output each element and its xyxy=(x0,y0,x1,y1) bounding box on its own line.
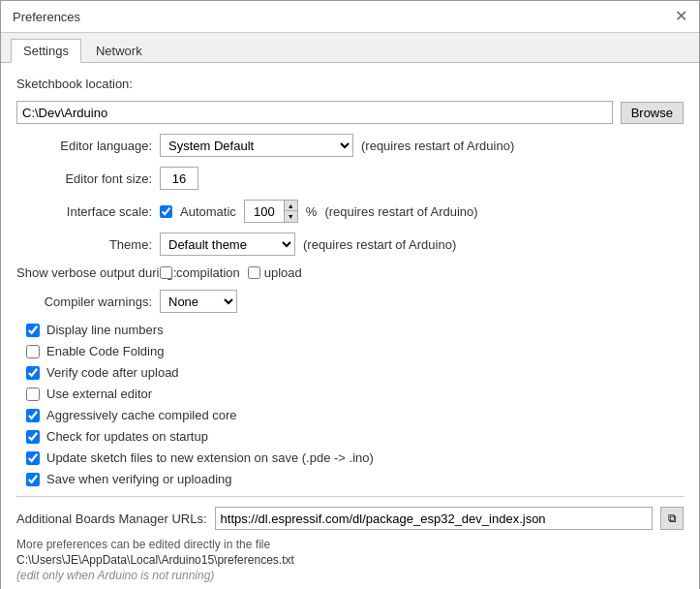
compiler-warnings-label: Compiler warnings: xyxy=(16,294,152,309)
tabs-bar: Settings Network xyxy=(1,33,699,63)
boards-input[interactable] xyxy=(215,507,653,530)
enable-code-folding-checkbox[interactable] xyxy=(26,345,40,358)
checkbox-save-when-verifying: Save when verifying or uploading xyxy=(16,472,684,486)
save-when-verifying-checkbox[interactable] xyxy=(26,473,40,486)
checkbox-check-updates: Check for updates on startup xyxy=(16,429,684,444)
interface-scale-auto-label: Automatic xyxy=(180,204,236,219)
settings-panel: Sketchbook location: Browse Editor langu… xyxy=(1,63,699,589)
check-updates-checkbox[interactable] xyxy=(26,430,40,444)
aggressively-cache-checkbox[interactable] xyxy=(26,409,40,422)
edit-note: (edit only when Arduino is not running) xyxy=(16,569,684,582)
scale-spinner: ▲ ▼ xyxy=(244,200,298,223)
checkbox-verify-code: Verify code after upload xyxy=(16,365,684,380)
editor-language-row: Editor language: System Default (require… xyxy=(16,134,684,157)
boards-row: Additional Boards Manager URLs: ⧉ xyxy=(16,507,684,530)
display-line-numbers-checkbox[interactable] xyxy=(26,324,40,337)
interface-scale-row: Interface scale: Automatic ▲ ▼ % (requir… xyxy=(16,200,684,223)
verbose-upload-checkbox[interactable] xyxy=(248,266,260,279)
external-editor-checkbox[interactable] xyxy=(26,388,40,401)
preferences-window: Preferences ✕ Settings Network Sketchboo… xyxy=(0,0,700,589)
sketchbook-row: Sketchbook location: xyxy=(16,77,684,91)
verbose-compilation-item: compilation xyxy=(160,265,240,280)
verbose-upload-label: upload xyxy=(264,265,302,280)
sketchbook-input[interactable] xyxy=(16,101,613,124)
title-bar: Preferences ✕ xyxy=(1,1,699,33)
editor-font-label: Editor font size: xyxy=(16,171,152,186)
sketchbook-input-row: Browse xyxy=(16,101,684,124)
interface-scale-note: (requires restart of Arduino) xyxy=(324,204,477,219)
check-updates-label: Check for updates on startup xyxy=(46,429,208,444)
sketchbook-label: Sketchbook location: xyxy=(16,77,133,91)
scale-input[interactable] xyxy=(245,201,284,222)
enable-code-folding-label: Enable Code Folding xyxy=(46,344,164,358)
verbose-label: Show verbose output during: xyxy=(16,265,152,280)
scale-up-button[interactable]: ▲ xyxy=(284,201,297,211)
scale-percent: % xyxy=(306,204,318,219)
editor-font-row: Editor font size: xyxy=(16,167,684,190)
scale-down-button[interactable]: ▼ xyxy=(284,211,297,222)
boards-copy-button[interactable]: ⧉ xyxy=(660,507,684,530)
file-path: C:\Users\JE\AppData\Local\Arduino15\pref… xyxy=(16,553,684,567)
editor-language-note: (requires restart of Arduino) xyxy=(361,139,514,153)
checkbox-update-sketch: Update sketch files to new extension on … xyxy=(16,450,684,465)
display-line-numbers-label: Display line numbers xyxy=(46,323,164,337)
close-button[interactable]: ✕ xyxy=(675,9,687,24)
interface-scale-label: Interface scale: xyxy=(16,204,152,219)
theme-row: Theme: Default theme (requires restart o… xyxy=(16,232,684,256)
boards-label: Additional Boards Manager URLs: xyxy=(16,512,207,526)
theme-label: Theme: xyxy=(16,237,152,252)
file-notes-section: More preferences can be edited directly … xyxy=(16,538,684,582)
tab-settings[interactable]: Settings xyxy=(11,39,81,63)
aggressively-cache-label: Aggressively cache compiled core xyxy=(46,408,237,422)
tab-network[interactable]: Network xyxy=(83,39,155,62)
window-title: Preferences xyxy=(13,10,80,24)
checkboxes-section: Display line numbers Enable Code Folding… xyxy=(16,323,684,486)
external-editor-label: Use external editor xyxy=(46,387,152,401)
editor-font-input[interactable] xyxy=(160,167,198,190)
verbose-compilation-label: compilation xyxy=(176,265,240,280)
checkbox-display-line-numbers: Display line numbers xyxy=(16,323,684,337)
update-sketch-label: Update sketch files to new extension on … xyxy=(46,450,374,465)
editor-language-select[interactable]: System Default xyxy=(160,134,353,157)
verify-code-checkbox[interactable] xyxy=(26,366,40,380)
verbose-options: compilation upload xyxy=(160,265,302,280)
update-sketch-checkbox[interactable] xyxy=(26,451,40,465)
verbose-row: Show verbose output during: compilation … xyxy=(16,265,684,280)
editor-language-label: Editor language: xyxy=(16,139,152,153)
theme-select[interactable]: Default theme xyxy=(160,232,295,256)
compiler-warnings-select[interactable]: None xyxy=(160,290,237,313)
theme-note: (requires restart of Arduino) xyxy=(303,237,456,252)
save-when-verifying-label: Save when verifying or uploading xyxy=(46,472,232,486)
verbose-compilation-checkbox[interactable] xyxy=(160,266,172,279)
compiler-warnings-row: Compiler warnings: None xyxy=(16,290,684,313)
checkbox-aggressively-cache: Aggressively cache compiled core xyxy=(16,408,684,422)
checkbox-external-editor: Use external editor xyxy=(16,387,684,401)
file-note: More preferences can be edited directly … xyxy=(16,538,684,551)
checkbox-enable-code-folding: Enable Code Folding xyxy=(16,344,684,358)
browse-button[interactable]: Browse xyxy=(621,102,684,124)
interface-scale-auto-checkbox[interactable] xyxy=(160,205,172,218)
section-divider xyxy=(16,496,684,497)
verbose-upload-item: upload xyxy=(248,265,302,280)
verify-code-label: Verify code after upload xyxy=(46,365,179,380)
